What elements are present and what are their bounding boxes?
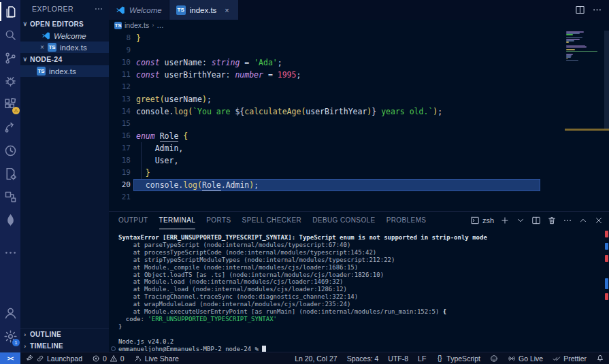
tab-Welcome[interactable]: Welcome	[109, 0, 169, 20]
close-panel-button[interactable]	[594, 216, 604, 225]
explorer-more-actions-icon[interactable]	[94, 4, 103, 14]
tree-item-index.ts[interactable]: TSindex.ts	[20, 65, 109, 77]
section-folder-node-24[interactable]: ∨NODE-24	[20, 53, 109, 65]
line-number[interactable]: 11	[109, 69, 131, 81]
breadcrumb[interactable]: TSindex.ts›…	[109, 20, 609, 31]
line-number[interactable]: 17	[109, 142, 131, 154]
activity-item-extensions[interactable]: ⚠	[0, 93, 20, 116]
open-editor-item-index.ts[interactable]: ×TSindex.ts	[20, 42, 109, 53]
code-line[interactable]: 20 console.log(Role.Admin);	[109, 179, 609, 191]
close-editor-icon[interactable]: ×	[38, 44, 46, 51]
panel-actions: zsh	[470, 212, 604, 229]
activity-bar: ⚠ 1	[0, 0, 20, 352]
line-number[interactable]: 19	[109, 167, 131, 179]
new-terminal-button[interactable]	[500, 216, 510, 225]
line-number[interactable]: 13	[109, 93, 131, 105]
code-line[interactable]: 9	[109, 44, 609, 56]
line-number[interactable]: 10	[109, 56, 131, 69]
activity-item-more-views[interactable]	[0, 241, 20, 264]
line-number[interactable]: 21	[109, 191, 131, 203]
line-number[interactable]: 16	[109, 130, 131, 142]
activity-bar-top: ⚠	[0, 0, 20, 301]
code-line[interactable]: 15	[109, 118, 609, 130]
panel-tab-ports[interactable]: PORTS	[206, 212, 231, 229]
shell-select-button[interactable]: zsh	[470, 216, 494, 225]
code-line[interactable]: 18 User,	[109, 154, 609, 167]
line-number[interactable]: 12	[109, 81, 131, 93]
launch-profile-dropdown-button[interactable]	[516, 216, 525, 225]
minimap[interactable]	[565, 31, 604, 211]
section-timeline[interactable]: ›TIMELINE	[20, 340, 109, 352]
activity-item-accounts[interactable]	[0, 301, 20, 325]
activity-item-source-control[interactable]	[0, 46, 20, 69]
close-tab-icon[interactable]: ×	[222, 5, 231, 15]
line-number[interactable]: 9	[109, 44, 131, 56]
terminal-output[interactable]: SyntaxError [ERR_UNSUPPORTED_TYPESCRIPT_…	[109, 234, 604, 352]
status-item-language-mode[interactable]: {}TypeScript	[431, 352, 485, 364]
terminal-line	[118, 331, 604, 338]
line-number[interactable]: 8	[109, 32, 131, 44]
remote-indicator[interactable]: ><	[0, 352, 20, 364]
terminal-line: at stripTypeScriptModuleTypes (node:inte…	[118, 257, 604, 264]
tab-index.ts[interactable]: TSindex.ts×	[169, 0, 239, 20]
panel-tab-debug-console[interactable]: DEBUG CONSOLE	[312, 212, 375, 229]
section-outline[interactable]: ›OUTLINE	[20, 329, 109, 340]
panel-tab-terminal[interactable]: TERMINAL	[159, 212, 196, 229]
split-terminal-button[interactable]	[531, 216, 541, 225]
code-line[interactable]: 14console.log(`You are ${calculateAge(us…	[109, 105, 609, 118]
split-editor-button[interactable]	[575, 5, 585, 15]
section-open-editors[interactable]: ∨OPEN EDITORS	[20, 18, 109, 30]
code-line[interactable]: 12	[109, 81, 609, 93]
code-editor[interactable]: 8}910const userName: string = 'Ada';11co…	[109, 31, 609, 211]
activity-item-explorer[interactable]	[0, 0, 20, 23]
panel-tab-output[interactable]: OUTPUT	[118, 212, 148, 229]
editor-scrollbar[interactable]	[604, 31, 609, 129]
status-item-eol[interactable]: LF	[413, 352, 431, 364]
status-item-launchpad[interactable]: Launchpad	[20, 352, 87, 364]
broadcast-icon	[508, 354, 516, 363]
line-number[interactable]: 14	[109, 105, 131, 118]
activity-item-mongodb[interactable]	[0, 208, 20, 231]
status-item-cursor-position[interactable]: Ln 20, Col 27	[290, 352, 342, 364]
more-actions-button[interactable]	[563, 216, 572, 225]
activity-item-gitlens[interactable]	[0, 116, 20, 139]
status-item-notifications[interactable]	[591, 352, 609, 364]
activity-item-remote-tools[interactable]	[0, 162, 20, 185]
command-decoration-icon[interactable]	[111, 346, 116, 351]
open-editor-item-Welcome[interactable]: Welcome	[20, 30, 109, 42]
status-item-encoding[interactable]: UTF-8	[383, 352, 413, 364]
panel-tab-problems[interactable]: PROBLEMS	[386, 212, 427, 229]
line-number[interactable]: 20	[109, 179, 131, 191]
status-item-problems[interactable]: 00	[87, 352, 129, 364]
double-check-icon	[553, 354, 561, 363]
more-actions-button[interactable]	[592, 5, 602, 15]
line-number[interactable]: 15	[109, 118, 131, 130]
status-item-indentation[interactable]: Spaces: 4	[342, 352, 384, 364]
breadcrumb-item[interactable]: …	[157, 21, 164, 29]
ellipsis-icon	[563, 216, 572, 225]
activity-item-project-manager[interactable]	[0, 185, 20, 208]
code-line[interactable]: 10const userName: string = 'Ada';	[109, 56, 609, 69]
code-line[interactable]: 11const userBirthYear: number = 1995;	[109, 69, 609, 81]
panel-tab-spell-checker[interactable]: SPELL CHECKER	[242, 212, 302, 229]
code-line[interactable]: 17 Admin,	[109, 142, 609, 154]
status-item-feedback[interactable]	[485, 352, 503, 364]
status-item-prettier[interactable]: Prettier	[548, 352, 591, 364]
activity-item-run-debug[interactable]	[0, 69, 20, 93]
code-text: }	[136, 167, 150, 179]
maximize-panel-button[interactable]	[578, 216, 588, 225]
code-line[interactable]: 19 }	[109, 167, 609, 179]
code-line[interactable]: 8}	[109, 32, 609, 44]
kill-terminal-button[interactable]	[547, 216, 557, 225]
activity-item-git-history[interactable]	[0, 139, 20, 162]
terminal-line: at processTypeScriptCode (node:internal/…	[118, 249, 604, 257]
code-line[interactable]: 21	[109, 191, 609, 203]
status-item-go-live[interactable]: Go Live	[503, 352, 548, 364]
activity-item-settings[interactable]: 1	[0, 325, 20, 348]
line-number[interactable]: 18	[109, 154, 131, 167]
code-line[interactable]: 16enum Role {	[109, 130, 609, 142]
code-line[interactable]: 13greet(userName);	[109, 93, 609, 105]
status-item-live-share[interactable]: Live Share	[129, 352, 184, 364]
activity-item-search[interactable]	[0, 23, 20, 46]
breadcrumb-item[interactable]: index.ts	[125, 21, 149, 29]
